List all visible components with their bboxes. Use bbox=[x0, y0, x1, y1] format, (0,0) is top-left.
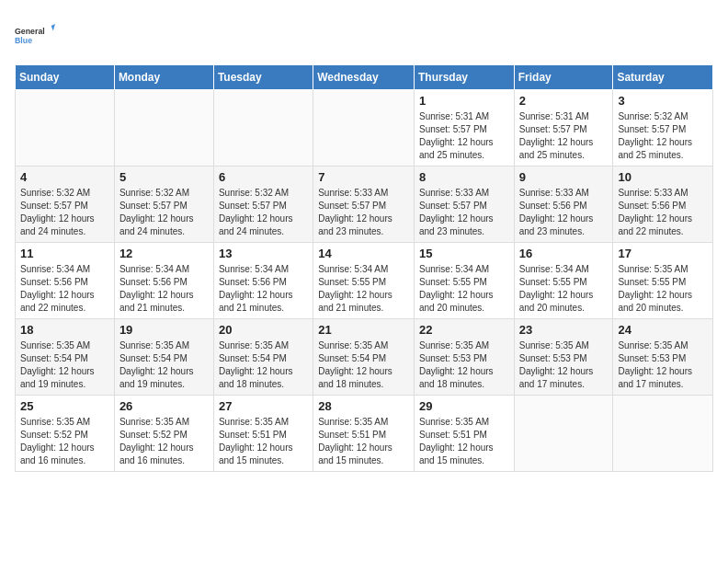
day-number: 1 bbox=[419, 94, 509, 108]
calendar-cell: 3Sunrise: 5:32 AM Sunset: 5:57 PM Daylig… bbox=[613, 90, 713, 167]
day-number: 8 bbox=[419, 170, 509, 184]
calendar-table: SundayMondayTuesdayWednesdayThursdayFrid… bbox=[15, 64, 713, 472]
calendar-cell: 26Sunrise: 5:35 AM Sunset: 5:52 PM Dayli… bbox=[114, 396, 213, 472]
svg-text:Blue: Blue bbox=[15, 36, 32, 45]
day-number: 24 bbox=[618, 323, 708, 337]
calendar-cell: 24Sunrise: 5:35 AM Sunset: 5:53 PM Dayli… bbox=[613, 319, 713, 396]
day-info: Sunrise: 5:35 AM Sunset: 5:54 PM Dayligh… bbox=[119, 339, 209, 391]
calendar-cell: 23Sunrise: 5:35 AM Sunset: 5:53 PM Dayli… bbox=[514, 319, 613, 396]
column-header-thursday: Thursday bbox=[414, 65, 514, 90]
day-number: 17 bbox=[618, 247, 708, 260]
day-info: Sunrise: 5:35 AM Sunset: 5:51 PM Dayligh… bbox=[318, 416, 409, 467]
day-number: 29 bbox=[419, 399, 509, 413]
column-header-friday: Friday bbox=[514, 65, 613, 90]
day-number: 14 bbox=[318, 247, 409, 260]
calendar-cell: 25Sunrise: 5:35 AM Sunset: 5:52 PM Dayli… bbox=[16, 396, 115, 472]
calendar-cell bbox=[313, 90, 415, 167]
day-info: Sunrise: 5:34 AM Sunset: 5:55 PM Dayligh… bbox=[318, 263, 409, 315]
calendar-cell bbox=[613, 396, 713, 472]
day-info: Sunrise: 5:31 AM Sunset: 5:57 PM Dayligh… bbox=[519, 110, 609, 162]
day-info: Sunrise: 5:35 AM Sunset: 5:54 PM Dayligh… bbox=[219, 339, 308, 391]
calendar-cell: 21Sunrise: 5:35 AM Sunset: 5:54 PM Dayli… bbox=[313, 319, 415, 396]
calendar-week-4: 18Sunrise: 5:35 AM Sunset: 5:54 PM Dayli… bbox=[16, 319, 713, 396]
calendar-week-5: 25Sunrise: 5:35 AM Sunset: 5:52 PM Dayli… bbox=[16, 396, 713, 472]
calendar-cell: 10Sunrise: 5:33 AM Sunset: 5:56 PM Dayli… bbox=[613, 167, 713, 243]
calendar-cell: 19Sunrise: 5:35 AM Sunset: 5:54 PM Dayli… bbox=[114, 319, 213, 396]
day-info: Sunrise: 5:35 AM Sunset: 5:53 PM Dayligh… bbox=[519, 339, 609, 391]
calendar-cell: 1Sunrise: 5:31 AM Sunset: 5:57 PM Daylig… bbox=[414, 90, 514, 167]
calendar-header-row: SundayMondayTuesdayWednesdayThursdayFrid… bbox=[16, 65, 713, 90]
day-info: Sunrise: 5:33 AM Sunset: 5:57 PM Dayligh… bbox=[419, 187, 509, 238]
day-number: 21 bbox=[318, 323, 409, 337]
calendar-cell: 2Sunrise: 5:31 AM Sunset: 5:57 PM Daylig… bbox=[514, 90, 613, 167]
page-header: General Blue bbox=[15, 15, 713, 55]
calendar-cell: 9Sunrise: 5:33 AM Sunset: 5:56 PM Daylig… bbox=[514, 167, 613, 243]
day-number: 26 bbox=[119, 399, 209, 413]
day-info: Sunrise: 5:35 AM Sunset: 5:53 PM Dayligh… bbox=[419, 339, 509, 391]
day-number: 11 bbox=[20, 247, 109, 260]
day-number: 10 bbox=[618, 170, 708, 184]
day-number: 15 bbox=[419, 247, 509, 260]
day-info: Sunrise: 5:33 AM Sunset: 5:56 PM Dayligh… bbox=[618, 187, 708, 238]
day-info: Sunrise: 5:34 AM Sunset: 5:56 PM Dayligh… bbox=[20, 263, 109, 315]
calendar-cell: 22Sunrise: 5:35 AM Sunset: 5:53 PM Dayli… bbox=[414, 319, 514, 396]
day-info: Sunrise: 5:35 AM Sunset: 5:52 PM Dayligh… bbox=[119, 416, 209, 467]
calendar-cell bbox=[16, 90, 115, 167]
calendar-cell: 14Sunrise: 5:34 AM Sunset: 5:55 PM Dayli… bbox=[313, 243, 415, 319]
day-number: 7 bbox=[318, 170, 409, 184]
day-number: 25 bbox=[20, 399, 109, 413]
day-number: 4 bbox=[20, 170, 109, 184]
day-number: 22 bbox=[419, 323, 509, 337]
calendar-cell: 11Sunrise: 5:34 AM Sunset: 5:56 PM Dayli… bbox=[16, 243, 115, 319]
calendar-cell bbox=[114, 90, 213, 167]
day-number: 27 bbox=[219, 399, 308, 413]
day-info: Sunrise: 5:33 AM Sunset: 5:57 PM Dayligh… bbox=[318, 187, 409, 238]
day-info: Sunrise: 5:31 AM Sunset: 5:57 PM Dayligh… bbox=[419, 110, 509, 162]
calendar-cell: 8Sunrise: 5:33 AM Sunset: 5:57 PM Daylig… bbox=[414, 167, 514, 243]
day-number: 6 bbox=[219, 170, 308, 184]
calendar-cell: 28Sunrise: 5:35 AM Sunset: 5:51 PM Dayli… bbox=[313, 396, 415, 472]
day-info: Sunrise: 5:35 AM Sunset: 5:54 PM Dayligh… bbox=[20, 339, 109, 391]
day-number: 12 bbox=[119, 247, 209, 260]
column-header-tuesday: Tuesday bbox=[213, 65, 313, 90]
day-number: 28 bbox=[318, 399, 409, 413]
column-header-monday: Monday bbox=[114, 65, 213, 90]
calendar-cell: 16Sunrise: 5:34 AM Sunset: 5:55 PM Dayli… bbox=[514, 243, 613, 319]
day-info: Sunrise: 5:32 AM Sunset: 5:57 PM Dayligh… bbox=[119, 187, 209, 238]
column-header-sunday: Sunday bbox=[16, 65, 115, 90]
day-info: Sunrise: 5:32 AM Sunset: 5:57 PM Dayligh… bbox=[20, 187, 109, 238]
svg-marker-2 bbox=[51, 24, 55, 31]
calendar-cell: 20Sunrise: 5:35 AM Sunset: 5:54 PM Dayli… bbox=[213, 319, 313, 396]
logo: General Blue bbox=[15, 15, 55, 55]
calendar-cell: 13Sunrise: 5:34 AM Sunset: 5:56 PM Dayli… bbox=[213, 243, 313, 319]
calendar-week-1: 1Sunrise: 5:31 AM Sunset: 5:57 PM Daylig… bbox=[16, 90, 713, 167]
day-number: 20 bbox=[219, 323, 308, 337]
day-info: Sunrise: 5:35 AM Sunset: 5:55 PM Dayligh… bbox=[618, 263, 708, 315]
day-info: Sunrise: 5:35 AM Sunset: 5:51 PM Dayligh… bbox=[219, 416, 308, 467]
day-number: 5 bbox=[119, 170, 209, 184]
day-info: Sunrise: 5:33 AM Sunset: 5:56 PM Dayligh… bbox=[519, 187, 609, 238]
day-number: 13 bbox=[219, 247, 308, 260]
calendar-cell: 18Sunrise: 5:35 AM Sunset: 5:54 PM Dayli… bbox=[16, 319, 115, 396]
day-info: Sunrise: 5:34 AM Sunset: 5:55 PM Dayligh… bbox=[519, 263, 609, 315]
calendar-cell: 17Sunrise: 5:35 AM Sunset: 5:55 PM Dayli… bbox=[613, 243, 713, 319]
day-number: 9 bbox=[519, 170, 609, 184]
calendar-cell: 15Sunrise: 5:34 AM Sunset: 5:55 PM Dayli… bbox=[414, 243, 514, 319]
day-number: 19 bbox=[119, 323, 209, 337]
day-info: Sunrise: 5:35 AM Sunset: 5:51 PM Dayligh… bbox=[419, 416, 509, 467]
day-info: Sunrise: 5:35 AM Sunset: 5:54 PM Dayligh… bbox=[318, 339, 409, 391]
day-info: Sunrise: 5:32 AM Sunset: 5:57 PM Dayligh… bbox=[219, 187, 308, 238]
column-header-saturday: Saturday bbox=[613, 65, 713, 90]
day-info: Sunrise: 5:35 AM Sunset: 5:52 PM Dayligh… bbox=[20, 416, 109, 467]
calendar-cell bbox=[213, 90, 313, 167]
calendar-cell: 27Sunrise: 5:35 AM Sunset: 5:51 PM Dayli… bbox=[213, 396, 313, 472]
day-info: Sunrise: 5:34 AM Sunset: 5:56 PM Dayligh… bbox=[219, 263, 308, 315]
calendar-cell: 6Sunrise: 5:32 AM Sunset: 5:57 PM Daylig… bbox=[213, 167, 313, 243]
day-number: 16 bbox=[519, 247, 609, 260]
calendar-cell: 4Sunrise: 5:32 AM Sunset: 5:57 PM Daylig… bbox=[16, 167, 115, 243]
calendar-week-2: 4Sunrise: 5:32 AM Sunset: 5:57 PM Daylig… bbox=[16, 167, 713, 243]
day-number: 18 bbox=[20, 323, 109, 337]
day-info: Sunrise: 5:34 AM Sunset: 5:55 PM Dayligh… bbox=[419, 263, 509, 315]
day-info: Sunrise: 5:35 AM Sunset: 5:53 PM Dayligh… bbox=[618, 339, 708, 391]
day-number: 3 bbox=[618, 94, 708, 108]
